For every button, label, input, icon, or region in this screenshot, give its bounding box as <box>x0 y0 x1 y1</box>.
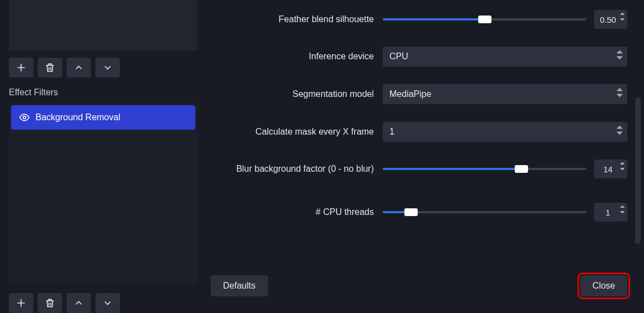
filter-item-background-removal[interactable]: Background Removal <box>11 105 195 130</box>
stepper-down-icon[interactable] <box>616 131 623 135</box>
stepper-down-icon[interactable] <box>620 167 625 171</box>
stepper-up-icon[interactable] <box>620 204 625 209</box>
feather-slider-fill <box>383 18 485 20</box>
stepper-down-icon[interactable] <box>616 93 623 98</box>
stepper-up-icon[interactable] <box>616 88 623 92</box>
mask-every-x-label: Calculate mask every X frame <box>211 127 383 137</box>
filter-move-up-button[interactable] <box>67 293 91 313</box>
cpu-threads-value[interactable]: 1 <box>594 203 627 222</box>
plus-icon <box>16 62 27 73</box>
defaults-button[interactable]: Defaults <box>211 275 268 296</box>
add-button[interactable] <box>9 58 33 78</box>
segmentation-model-value: MediaPipe <box>389 89 432 99</box>
move-up-button[interactable] <box>67 58 91 78</box>
trash-icon <box>44 297 55 309</box>
blur-factor-label: Blur background factor (0 - no blur) <box>211 164 383 174</box>
stepper-down-icon[interactable] <box>620 210 625 214</box>
chevron-down-icon <box>102 62 113 73</box>
plus-icon <box>16 297 27 309</box>
segmentation-model-label: Segmentation model <box>211 89 383 99</box>
inference-device-value: CPU <box>389 52 408 61</box>
blur-factor-value[interactable]: 14 <box>594 160 627 178</box>
move-down-button[interactable] <box>95 58 120 78</box>
segmentation-model-select[interactable]: MediaPipe <box>383 84 627 104</box>
close-button[interactable]: Close <box>580 275 627 296</box>
inference-device-label: Inference device <box>211 52 383 61</box>
stepper-up-icon[interactable] <box>616 125 623 130</box>
chevron-up-icon <box>73 297 84 309</box>
source-preview <box>9 0 197 51</box>
trash-icon <box>44 62 55 73</box>
chevron-down-icon <box>102 297 113 309</box>
blur-factor-slider-fill <box>383 168 521 170</box>
cpu-threads-slider[interactable] <box>383 206 586 218</box>
effect-filters-title: Effect Filters <box>9 88 196 98</box>
settings-scrollbar[interactable] <box>635 98 641 244</box>
blur-factor-slider-thumb[interactable] <box>515 165 528 173</box>
stepper-up-icon[interactable] <box>620 12 625 16</box>
preview-toolbar <box>9 58 196 78</box>
filters-toolbar <box>9 293 196 313</box>
filter-move-down-button[interactable] <box>95 293 120 313</box>
filter-list[interactable]: Background Removal <box>9 103 197 285</box>
feather-label: Feather blend silhouette <box>211 14 383 24</box>
blur-factor-value-text: 14 <box>604 165 613 174</box>
feather-value[interactable]: 0.50 <box>594 10 627 29</box>
stepper-up-icon[interactable] <box>620 161 625 166</box>
delete-button[interactable] <box>38 58 62 78</box>
feather-slider[interactable] <box>383 13 586 25</box>
eye-icon <box>19 112 30 123</box>
filter-item-label: Background Removal <box>36 112 120 122</box>
chevron-up-icon <box>73 62 84 73</box>
cpu-threads-label: # CPU threads <box>211 207 383 217</box>
add-filter-button[interactable] <box>9 293 33 313</box>
cpu-threads-value-text: 1 <box>606 208 610 217</box>
stepper-down-icon[interactable] <box>620 17 625 22</box>
feather-slider-thumb[interactable] <box>478 16 491 23</box>
stepper-down-icon[interactable] <box>616 55 623 60</box>
mask-every-x-value: 1 <box>389 127 394 137</box>
cpu-threads-slider-thumb[interactable] <box>404 208 418 216</box>
feather-value-text: 0.50 <box>600 15 616 24</box>
mask-every-x-spinbox[interactable]: 1 <box>383 122 627 142</box>
blur-factor-slider[interactable] <box>383 163 586 175</box>
svg-point-0 <box>23 116 26 119</box>
inference-device-select[interactable]: CPU <box>383 47 627 66</box>
delete-filter-button[interactable] <box>38 293 62 313</box>
stepper-up-icon[interactable] <box>616 50 623 54</box>
